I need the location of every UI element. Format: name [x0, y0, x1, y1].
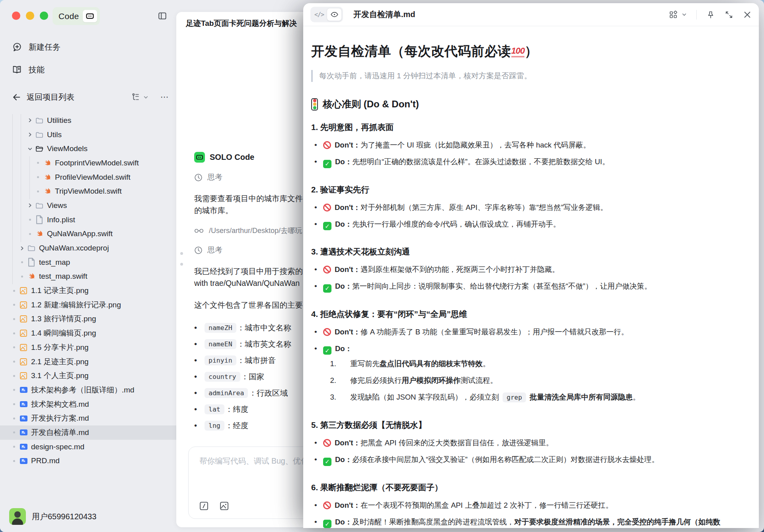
zoom-window-button[interactable]: [40, 12, 48, 20]
bullet-text: 必须在承接中间层加入“强交叉验证”（例如用名称匹配或二次正则）对数据进行脱水去燥…: [352, 455, 659, 464]
bullet-marker: •: [314, 139, 317, 151]
tree-item[interactable]: M↓技术架构文档.md: [0, 397, 176, 412]
code-chip: lat: [205, 404, 224, 414]
do-label: Do：: [335, 157, 352, 166]
doc-h2: 核心准则 (Do & Don't): [311, 98, 745, 111]
dont-label: Don't：: [335, 203, 361, 212]
section-bullets: •Don't：把黑盒 API 传回来的泛大类数据盲目信任，放进强逻辑里。•Do：…: [311, 437, 745, 466]
close-window-button[interactable]: [12, 12, 20, 20]
hundred-points-icon: 100: [511, 46, 525, 57]
close-icon[interactable]: [743, 10, 752, 19]
tree-item[interactable]: ProfileViewModel.swift: [0, 170, 176, 184]
image-file-icon: [19, 372, 27, 380]
user-account[interactable]: 用户65996120433: [9, 508, 96, 525]
do-bullet: •Do：必须在承接中间层加入“强交叉验证”（例如用名称匹配或二次正则）对数据进行…: [311, 454, 745, 466]
tree-item[interactable]: 1.5 分享卡片.png: [0, 340, 176, 355]
back-label: 返回项目列表: [27, 92, 74, 103]
field-desc: ：城市拼音: [237, 355, 276, 366]
field-desc: ：国家: [241, 371, 265, 382]
tree-item[interactable]: ViewModels: [0, 142, 176, 156]
back-arrow-icon[interactable]: [12, 93, 21, 102]
tree-item[interactable]: Info.plist: [0, 213, 176, 227]
tree-item[interactable]: M↓开发自检清单.md: [0, 425, 176, 440]
attach-image-icon[interactable]: [220, 501, 229, 511]
sidebar-item-skills[interactable]: 技能: [0, 62, 176, 78]
tree-item[interactable]: 2.1 足迹主页.png: [0, 355, 176, 369]
dont-bullet: •Don't：为了掩盖一个 UI 瑕疵（比如隐藏效果丑），去写各种 hack 代…: [311, 139, 745, 151]
bullet-marker: •: [194, 421, 205, 430]
item-dot: [25, 219, 34, 221]
tree-item-label: ProfileViewModel.swift: [55, 173, 131, 182]
sidebar: Code 新建任务技能 返回项目列表 ⋯: [0, 0, 176, 532]
dont-bullet: •Don't：把黑盒 API 传回来的泛大类数据盲目信任，放进强逻辑里。: [311, 437, 745, 449]
more-options-icon[interactable]: ⋯: [160, 92, 169, 102]
tree-item[interactable]: test_map: [0, 255, 176, 270]
tree-item-label: 技术架构参考（旧版详细）.md: [31, 385, 134, 395]
tree-item[interactable]: M↓PRD.md: [0, 454, 176, 468]
tree-item[interactable]: 3.1 个人主页.png: [0, 369, 176, 383]
code-mode-pill[interactable]: Code: [53, 7, 100, 25]
bullet-text: 为了掩盖一个 UI 瑕疵（比如隐藏效果丑），去写各种 hack 代码屏蔽。: [361, 141, 591, 149]
tree-item[interactable]: Utils: [0, 128, 176, 142]
tree-item[interactable]: M↓开发执行方案.md: [0, 411, 176, 425]
slash-command-icon[interactable]: [199, 501, 209, 511]
image-file-icon: [19, 301, 27, 309]
expand-icon[interactable]: [725, 10, 733, 19]
sidebar-item-new-task[interactable]: 新建任务: [0, 39, 176, 55]
avatar: [9, 508, 26, 525]
sidebar-toggle-icon[interactable]: [158, 11, 167, 21]
robot-icon[interactable]: [83, 10, 97, 22]
back-to-projects[interactable]: 返回项目列表 ⋯: [0, 90, 176, 104]
bullet-marker: •: [314, 202, 317, 214]
tree-item[interactable]: Utilities: [0, 113, 176, 128]
file-file-icon: [27, 258, 35, 266]
tree-item[interactable]: test_map.swift: [0, 270, 176, 284]
item-dot: [18, 261, 26, 263]
tree-item[interactable]: M↓design-spec.md: [0, 440, 176, 454]
item-dot: [33, 176, 42, 178]
doc-h1: 开发自检清单（每次改代码前必读100）: [311, 43, 745, 60]
dont-label: Don't：: [335, 141, 361, 149]
eye-icon: [330, 10, 339, 19]
bullet-marker: •: [314, 326, 317, 338]
code-view-button[interactable]: </>: [312, 8, 327, 21]
swift-file-icon: [35, 230, 43, 238]
preview-view-button[interactable]: [327, 8, 342, 21]
chevron-down-icon[interactable]: [143, 95, 148, 100]
tree-item-label: test_map: [39, 258, 70, 267]
chevron-down-icon[interactable]: [682, 12, 687, 17]
minimize-window-button[interactable]: [26, 12, 34, 20]
tree-item[interactable]: M↓技术架构参考（旧版详细）.md: [0, 383, 176, 397]
section-title: 3. 遭遇技术天花板立刻沟通: [311, 246, 745, 257]
do-label: Do：: [335, 344, 352, 353]
pin-icon[interactable]: [706, 10, 715, 19]
indent-guide: [21, 114, 21, 242]
tree-item[interactable]: 1.2 新建:编辑旅行记录.png: [0, 298, 176, 312]
bullet-text: 对于外部机制（第三方库、原生 API、字库名称等）靠“想当然”写业务逻辑。: [361, 203, 608, 212]
item-dot: [10, 332, 18, 334]
chat-title: 足迹Tab页面卡死问题分析与解决: [186, 18, 297, 29]
tree-view-icon[interactable]: [131, 93, 140, 101]
bullet-text: 第一时间向上同步：说明限制事实、给出替代绕行方案（甚至包括“不做”），让用户做决…: [352, 282, 651, 290]
tree-item-label: Info.plist: [47, 216, 75, 224]
tree-item-label: 2.1 足迹主页.png: [31, 357, 89, 367]
tree-item[interactable]: FootprintViewModel.swift: [0, 156, 176, 170]
tree-item[interactable]: TripViewModel.swift: [0, 184, 176, 198]
tree-item[interactable]: 1.3 旅行详情页.png: [0, 312, 176, 326]
code-mode-label: Code: [58, 12, 79, 21]
tree-item[interactable]: 1.4 瞬间编辑页.png: [0, 326, 176, 340]
tree-item[interactable]: Views: [0, 198, 176, 213]
section-bullets: •Don't：修 A 功能弄丢了 B 功能（全量重写时最容易发生）；用户报一个错…: [311, 326, 745, 404]
doc-filename: 开发自检清单.md: [353, 9, 415, 20]
bullet-text: 在一个表现不符预期的黑盒 API 上叠加超过 2 次补丁，修一行错三行还硬扛。: [361, 501, 613, 509]
folder-file-icon: [35, 131, 43, 139]
tree-item-label: Views: [47, 201, 67, 210]
tree-item[interactable]: QuNaWan.xcodeproj: [0, 241, 176, 255]
swift-file-icon: [27, 272, 35, 280]
tree-item-label: ViewModels: [47, 144, 88, 153]
bullet-marker: •: [314, 454, 317, 466]
tree-item[interactable]: QuNaWanApp.swift: [0, 227, 176, 241]
tree-item[interactable]: 1.1 记录主页.png: [0, 283, 176, 298]
layout-grid-icon[interactable]: [669, 10, 678, 19]
doc-section: 1. 先明意图，再抓表面•Don't：为了掩盖一个 UI 瑕疵（比如隐藏效果丑）…: [311, 122, 745, 168]
